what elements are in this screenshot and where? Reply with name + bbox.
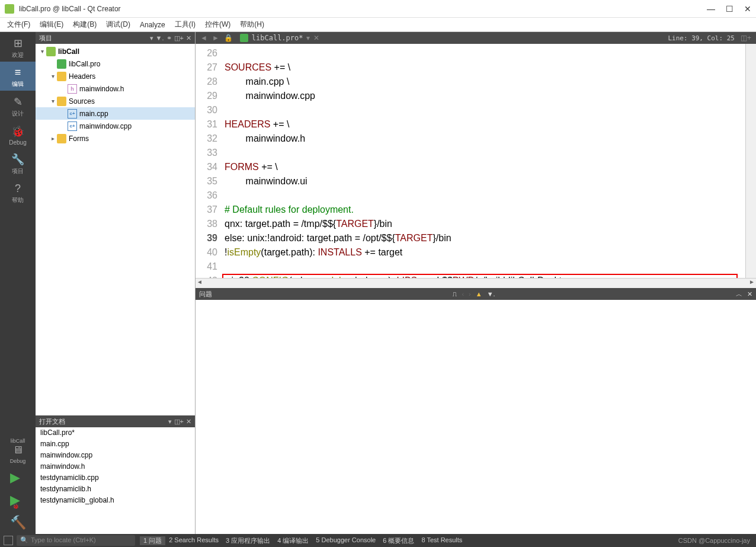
code-content[interactable]: SOURCES += \ main.cpp \ mainwindow.cpp H… — [222, 44, 745, 278]
close-button[interactable]: ✕ — [744, 4, 751, 14]
maximize-button[interactable]: ☐ — [726, 4, 733, 14]
main-content: ⊞欢迎≡编辑✎设计🐞Debug🔧项目?帮助 libCall 🖥 Debug ▶▶… — [0, 32, 756, 534]
open-doc-item[interactable]: testdynamiclib.h — [36, 484, 195, 495]
filter-icon[interactable]: ▼. — [156, 34, 164, 41]
nav-fwd-icon[interactable]: ► — [210, 34, 222, 42]
app-icon — [5, 4, 14, 14]
side-panel: 项目 ▾ ▼. ⚭ ◫+ ✕ ▾libCalllibCall.pro▾Heade… — [36, 32, 196, 534]
editor-toolbar: ◄ ► 🔒 libCall.pro* ▾ ✕ Line: 39, Col: 25… — [196, 32, 756, 44]
output-tab[interactable]: 3 应用程序输出 — [222, 536, 274, 545]
project-pane-header: 项目 ▾ ▼. ⚭ ◫+ ✕ — [36, 32, 195, 44]
output-tab[interactable]: 8 Test Results — [418, 536, 466, 545]
open-docs-title: 打开文档 — [39, 417, 166, 426]
tree-item[interactable]: ▾Sources — [36, 95, 195, 107]
locator-input[interactable]: 🔍Type to locate (Ctrl+K) — [17, 535, 135, 546]
editor-filename: libCall.pro* — [252, 34, 303, 42]
file-type-icon — [240, 34, 248, 42]
menu-item[interactable]: 编辑(E) — [36, 18, 67, 31]
run-button[interactable]: 🔨 — [10, 511, 26, 534]
run-button[interactable]: ▶ — [10, 466, 26, 489]
monitor-icon: 🖥 — [0, 444, 36, 456]
line-gutter: 2627282930313233343536373839404142434445… — [196, 44, 222, 278]
menu-item[interactable]: Analyze — [136, 20, 169, 30]
editor-file-tab[interactable]: libCall.pro* ▾ ✕ — [235, 34, 325, 42]
prev-issue-icon[interactable]: ‹ — [462, 290, 464, 298]
code-editor[interactable]: 2627282930313233343536373839404142434445… — [196, 44, 756, 278]
collapse-icon[interactable]: ︿ — [736, 290, 742, 299]
minimize-button[interactable]: ― — [707, 4, 715, 14]
menu-item[interactable]: 调试(D) — [102, 18, 134, 31]
open-documents-list[interactable]: libCall.pro*main.cppmainwindow.cppmainwi… — [36, 427, 195, 534]
project-tree[interactable]: ▾libCalllibCall.pro▾Headershmainwindow.h… — [36, 44, 195, 415]
output-tab[interactable]: 5 Debugger Console — [312, 536, 379, 545]
mode-欢迎[interactable]: ⊞欢迎 — [0, 32, 36, 62]
split-editor-icon[interactable]: ◫+ — [738, 34, 754, 42]
open-doc-item[interactable]: mainwindow.cpp — [36, 450, 195, 461]
close-pane-icon[interactable]: ✕ — [186, 34, 191, 42]
close-pane-icon[interactable]: ✕ — [186, 418, 191, 426]
horizontal-scrollbar[interactable] — [196, 278, 756, 288]
mode-帮助[interactable]: ?帮助 — [0, 178, 36, 207]
issues-title: 问题 — [199, 290, 212, 299]
filter-icon[interactable]: ⎍ — [453, 290, 457, 298]
open-doc-item[interactable]: testdynamiclib_global.h — [36, 495, 195, 506]
mode-设计[interactable]: ✎设计 — [0, 91, 36, 120]
output-tab[interactable]: 2 Search Results — [165, 536, 222, 545]
close-issues-icon[interactable]: ✕ — [747, 290, 752, 298]
menu-item[interactable]: 帮助(H) — [236, 18, 268, 31]
tree-item[interactable]: ▾libCall — [36, 45, 195, 57]
output-tab[interactable]: 6 概要信息 — [379, 536, 418, 545]
open-docs-header: 打开文档 ▾ ◫+ ✕ — [36, 415, 195, 427]
menu-item[interactable]: 工具(I) — [171, 18, 199, 31]
open-doc-item[interactable]: main.cpp — [36, 439, 195, 450]
mode-编辑[interactable]: ≡编辑 — [0, 62, 36, 91]
dropdown-icon[interactable]: ▾ — [150, 34, 153, 42]
dropdown-icon[interactable]: ▾ — [168, 418, 172, 426]
mode-项目[interactable]: 🔧项目 — [0, 148, 36, 178]
output-tab[interactable]: 4 编译输出 — [274, 536, 312, 545]
issues-panel[interactable] — [196, 300, 756, 534]
menu-item[interactable]: 文件(F) — [4, 18, 34, 31]
window-controls: ― ☐ ✕ — [707, 4, 751, 14]
search-icon: 🔍 — [20, 536, 28, 543]
close-file-icon[interactable]: ✕ — [313, 34, 319, 42]
nav-back-icon[interactable]: ◄ — [198, 34, 210, 42]
open-doc-item[interactable]: testdynamiclib.cpp — [36, 472, 195, 484]
menubar: 文件(F)编辑(E)构建(B)调试(D)Analyze工具(I)控件(W)帮助(… — [0, 18, 756, 32]
statusbar: 🔍Type to locate (Ctrl+K) 1 问题2 Search Re… — [0, 534, 756, 547]
tree-item[interactable]: c+mainwindow.cpp — [36, 120, 195, 132]
dropdown-icon[interactable]: ▾ — [306, 34, 310, 42]
lock-icon[interactable]: 🔒 — [222, 34, 235, 42]
funnel-icon[interactable]: ▼. — [487, 290, 495, 298]
mode-sidebar: ⊞欢迎≡编辑✎设计🐞Debug🔧项目?帮助 libCall 🖥 Debug ▶▶… — [0, 32, 36, 534]
tree-item[interactable]: c+main.cpp — [36, 107, 195, 120]
target-name: libCall — [11, 438, 25, 444]
output-toggle-icon[interactable] — [4, 536, 13, 545]
code-overview-strip[interactable] — [745, 44, 756, 278]
menu-item[interactable]: 控件(W) — [201, 18, 234, 31]
tree-item[interactable]: ▾Headers — [36, 70, 195, 82]
tree-item[interactable]: libCall.pro — [36, 57, 195, 70]
menu-item[interactable]: 构建(B) — [69, 18, 100, 31]
mode-Debug[interactable]: 🐞Debug — [0, 120, 36, 148]
open-doc-item[interactable]: libCall.pro* — [36, 427, 195, 439]
tree-item[interactable]: hmainwindow.h — [36, 82, 195, 95]
run-button[interactable]: ▶🐞 — [10, 489, 26, 511]
output-tab[interactable]: 1 问题 — [140, 536, 165, 545]
link-icon[interactable]: ⚭ — [166, 34, 172, 42]
open-doc-item[interactable]: mainwindow.h — [36, 461, 195, 472]
target-config: Debug — [10, 458, 26, 464]
project-pane-title: 项目 — [39, 34, 148, 43]
build-target[interactable]: libCall 🖥 Debug — [0, 433, 36, 466]
tree-item[interactable]: ▸Forms — [36, 132, 195, 145]
locator-placeholder: Type to locate (Ctrl+K) — [31, 536, 96, 543]
window-title: libCall.pro @ libCall - Qt Creator — [19, 5, 707, 13]
watermark: CSDN @Cappuccino-jay — [678, 537, 756, 544]
split-icon[interactable]: ◫+ — [174, 418, 184, 426]
titlebar: libCall.pro @ libCall - Qt Creator ― ☐ ✕ — [0, 0, 756, 18]
editor-area: ◄ ► 🔒 libCall.pro* ▾ ✕ Line: 39, Col: 25… — [196, 32, 756, 534]
split-icon[interactable]: ◫+ — [174, 34, 184, 42]
warning-icon[interactable]: ▲ — [476, 290, 482, 298]
next-issue-icon[interactable]: › — [469, 290, 471, 298]
issues-header: 问题 ⎍ ‹ › ▲ ▼. ︿ ✕ — [196, 288, 756, 300]
